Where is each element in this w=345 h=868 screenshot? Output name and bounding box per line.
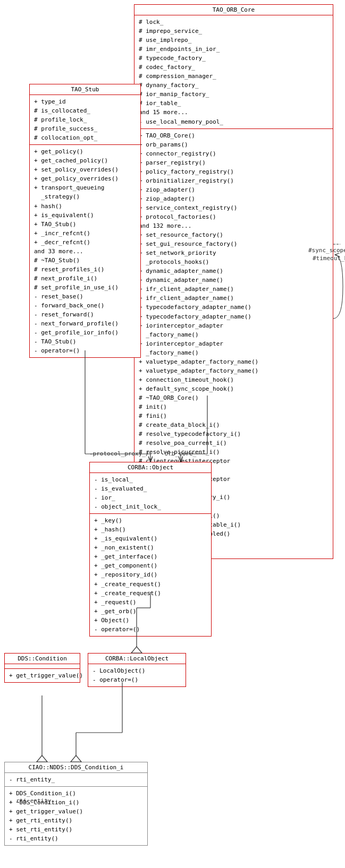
svg-marker-13: [131, 647, 142, 653]
corba-localobject-title: CORBA::LocalObject: [88, 654, 186, 664]
tao-stub-methods: + get_policy() + get_cached_policy() + s…: [30, 145, 140, 357]
corba-localobject-box: CORBA::LocalObject - LocalObject() - ope…: [88, 653, 186, 687]
tao-stub-box: TAO_Stub + type_id # is_collocated_ # pr…: [29, 84, 141, 358]
corba-object-box: CORBA::Object - is_local_ - is_evaluated…: [89, 462, 212, 637]
ciao-dds-condition-methods: + DDS_Condition_i() + ~DDS_Condition_i()…: [5, 787, 147, 845]
dds-condition-methods: + get_trigger_value(): [5, 669, 80, 682]
protocol-proxy-label: -protocol_proxy_/: [89, 450, 149, 457]
corba-object-fields: - is_local_ - is_evaluated_ - ior_ - obj…: [90, 473, 211, 514]
svg-marker-20: [71, 755, 81, 762]
tao-stub-fields: + type_id # is_collocated_ # profile_loc…: [30, 95, 140, 145]
ciao-dds-condition-title: CIAO::NDDS::DDS_Condition_i: [5, 762, 147, 773]
diagram-container: TAO_ORB_Core # lock_ # imprepo_service_ …: [0, 0, 345, 868]
entity-label: - rti_entity_: [9, 797, 55, 804]
corba-localobject-methods: - LocalObject() - operator=(): [88, 664, 186, 686]
svg-marker-16: [37, 755, 47, 762]
sync-scope-label: #sync_scope_hook_: [308, 247, 345, 254]
dds-condition-title: DDS::Condition: [5, 654, 80, 664]
orb-core-label: -orb_core_: [161, 450, 196, 457]
tao-orb-core-fields: # lock_ # imprepo_service_ # use_implrep…: [134, 15, 333, 129]
tao-orb-core-title: TAO_ORB_Core: [134, 5, 333, 15]
corba-object-methods: + _key() + _hash() + _is_equivalent() + …: [90, 514, 211, 636]
timeout-label: #timeout_hook_: [313, 255, 345, 262]
ciao-dds-condition-fields: - rti_entity_: [5, 773, 147, 787]
tao-stub-title: TAO_Stub: [30, 84, 140, 95]
corba-object-title: CORBA::Object: [90, 462, 211, 473]
dds-condition-box: DDS::Condition + get_trigger_value(): [4, 653, 80, 683]
dds-condition-fields: [5, 664, 80, 669]
